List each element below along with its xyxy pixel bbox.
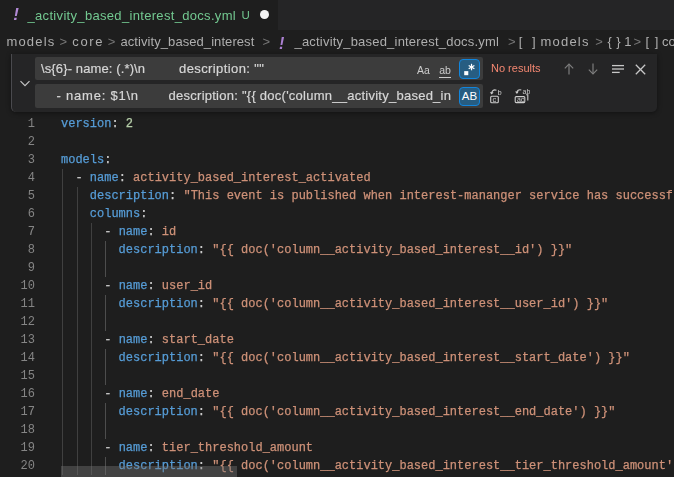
- svg-text:ac: ac: [517, 95, 525, 102]
- svg-text:b: b: [498, 88, 502, 97]
- svg-text:c: c: [493, 94, 497, 103]
- svg-text:ab: ab: [523, 88, 531, 95]
